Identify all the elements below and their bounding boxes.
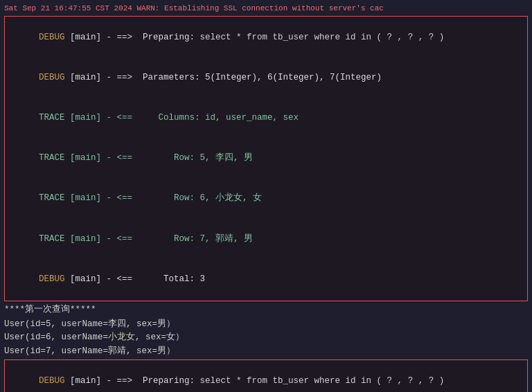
log-line: DEBUG [main] - ==> Parameters: 5(Integer… [8, 58, 524, 98]
section1-header: ****第一次查询***** [4, 303, 528, 317]
log-line: TRACE [main] - <== Row: 6, 小龙女, 女 [8, 179, 524, 219]
level-label: DEBUG [39, 376, 65, 386]
level-label: TRACE [39, 113, 65, 123]
user-result-1-3: User(id=7, userName=郭靖, sex=男） [4, 345, 528, 358]
debug-block-1: DEBUG [main] - ==> Preparing: select * f… [4, 16, 528, 302]
level-label: TRACE [39, 193, 65, 203]
log-line: TRACE [main] - <== Row: 5, 李四, 男 [8, 139, 524, 179]
console-container: Sat Sep 21 16:47:55 CST 2024 WARN: Estab… [0, 0, 532, 392]
log-line: DEBUG [main] - ==> Preparing: select * f… [8, 362, 524, 392]
user-result-1-2: User(id=6, userName=小龙女, sex=女） [4, 331, 528, 344]
level-label: TRACE [39, 153, 65, 163]
log-line: DEBUG [main] - ==> Preparing: select * f… [8, 18, 524, 58]
user-result-1-1: User(id=5, userName=李四, sex=男） [4, 318, 528, 331]
level-label: DEBUG [39, 274, 65, 284]
log-line: TRACE [main] - <== Row: 7, 郭靖, 男 [8, 219, 524, 259]
level-label: DEBUG [39, 73, 65, 82]
debug-block-2: DEBUG [main] - ==> Preparing: select * f… [4, 359, 528, 392]
level-label: TRACE [39, 234, 65, 244]
level-label: DEBUG [39, 33, 65, 42]
log-line: DEBUG [main] - <== Total: 3 [8, 259, 524, 299]
log-line: TRACE [main] - <== Columns: id, user_nam… [8, 98, 524, 139]
top-banner: Sat Sep 21 16:47:55 CST 2024 WARN: Estab… [4, 3, 528, 15]
